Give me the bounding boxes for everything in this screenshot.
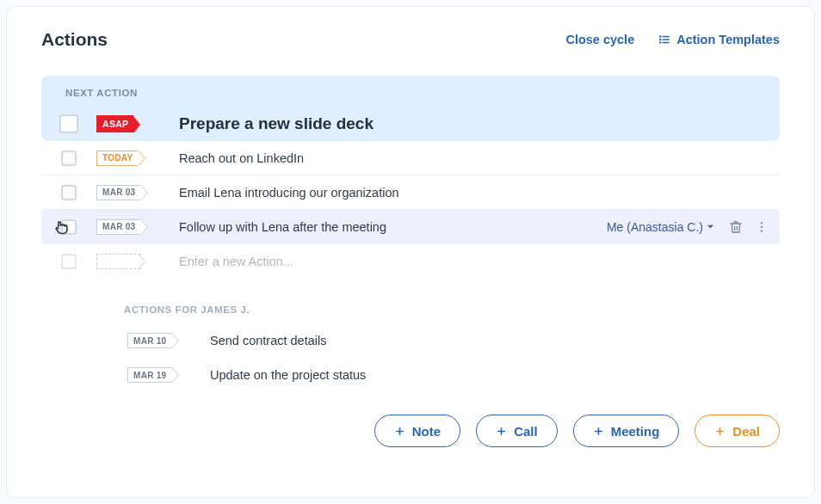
chevron-down-icon xyxy=(707,223,714,230)
more-vertical-icon xyxy=(755,220,769,234)
date-tag: MAR 10 xyxy=(127,333,171,348)
next-action-label: NEXT ACTION xyxy=(41,88,780,107)
action-title: Follow up with Lena after the meeting xyxy=(170,220,607,234)
add-call-label: Call xyxy=(514,424,538,439)
next-action-banner: NEXT ACTION ASAP Prepare a new slide dec… xyxy=(41,76,780,141)
svg-point-8 xyxy=(761,230,762,231)
date-tag: TODAY xyxy=(96,151,138,166)
svg-point-6 xyxy=(761,222,762,224)
action-row[interactable]: MAR 19 Update on the project status xyxy=(41,358,780,392)
plus-icon xyxy=(496,426,507,437)
secondary-action-list: MAR 10 Send contract details MAR 19 Upda… xyxy=(41,323,780,392)
delete-button[interactable] xyxy=(726,218,745,237)
action-checkbox[interactable] xyxy=(61,151,77,166)
plus-icon xyxy=(714,426,725,437)
header-actions: Close cycle Action Templates xyxy=(565,33,780,46)
add-note-button[interactable]: Note xyxy=(374,415,460,447)
assignee-label: Me (Anastasia C.) xyxy=(607,220,703,234)
trash-icon xyxy=(729,220,743,234)
svg-point-7 xyxy=(761,225,762,227)
action-title: Email Lena introducing our organization xyxy=(170,186,771,200)
next-action-row[interactable]: ASAP Prepare a new slide deck xyxy=(41,107,780,141)
header: Actions Close cycle Action Templates xyxy=(7,29,814,65)
action-row[interactable]: MAR 10 Send contract details xyxy=(41,323,780,358)
add-meeting-button[interactable]: Meeting xyxy=(573,415,680,447)
add-meeting-label: Meeting xyxy=(611,424,660,439)
new-action-input[interactable]: Enter a new Action... xyxy=(170,255,771,268)
add-deal-label: Deal xyxy=(732,424,760,439)
svg-point-3 xyxy=(660,36,661,37)
actions-card: Actions Close cycle Action Templates NEX… xyxy=(6,6,815,498)
action-title: Update on the project status xyxy=(201,368,771,382)
date-tag: MAR 03 xyxy=(96,219,140,235)
next-action-checkbox[interactable] xyxy=(59,114,78,133)
page-title: Actions xyxy=(41,29,108,50)
action-checkbox[interactable] xyxy=(61,185,77,200)
add-note-label: Note xyxy=(412,424,441,439)
add-call-button[interactable]: Call xyxy=(476,415,558,447)
list-icon xyxy=(658,34,670,46)
action-list: TODAY Reach out on LinkedIn MAR 03 Email… xyxy=(41,141,780,279)
action-templates-label: Action Templates xyxy=(676,33,780,46)
more-menu-button[interactable] xyxy=(752,218,771,237)
drag-cursor-icon xyxy=(53,218,71,236)
plus-icon xyxy=(593,426,604,437)
action-title: Reach out on LinkedIn xyxy=(170,151,771,165)
section-header: ACTIONS FOR JAMES J. xyxy=(7,279,814,323)
add-deal-button[interactable]: Deal xyxy=(694,415,780,447)
date-tag: MAR 19 xyxy=(127,367,171,383)
date-tag-empty[interactable]: XXXXX xyxy=(96,254,140,269)
footer-actions: Note Call Meeting Deal xyxy=(7,392,814,447)
action-row-active[interactable]: MAR 03 Follow up with Lena after the mee… xyxy=(41,210,780,244)
svg-point-4 xyxy=(660,39,661,40)
action-title: Send contract details xyxy=(201,334,771,347)
plus-icon xyxy=(394,426,405,437)
action-row[interactable]: TODAY Reach out on LinkedIn xyxy=(41,141,780,175)
next-action-title: Prepare a new slide deck xyxy=(170,114,771,133)
assignee-dropdown[interactable]: Me (Anastasia C.) xyxy=(607,220,714,234)
new-action-row[interactable]: XXXXX Enter a new Action... xyxy=(41,244,780,279)
action-row[interactable]: MAR 03 Email Lena introducing our organi… xyxy=(41,175,780,210)
close-cycle-link[interactable]: Close cycle xyxy=(565,33,634,46)
new-action-checkbox[interactable] xyxy=(61,254,77,269)
action-templates-link[interactable]: Action Templates xyxy=(658,33,780,46)
svg-point-5 xyxy=(660,42,661,43)
date-tag: MAR 03 xyxy=(96,185,140,200)
priority-tag-asap: ASAP xyxy=(96,115,133,132)
